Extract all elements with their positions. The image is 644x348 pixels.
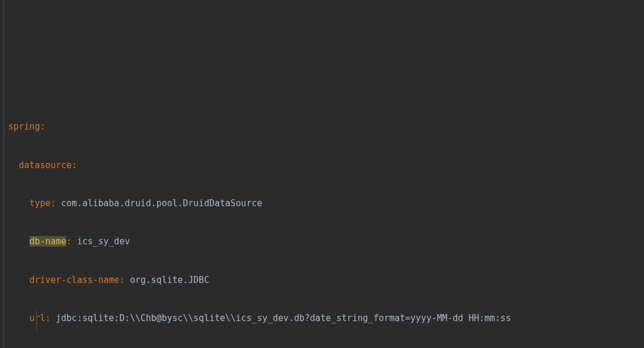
yaml-value: ics_sy_dev [77,236,130,247]
yaml-key-highlighted: db-name [29,236,66,247]
code-line: spring: [8,117,644,137]
fold-guide-inner [36,311,37,330]
yaml-key: type [29,198,50,209]
yaml-value: org.sqlite.JDBC [130,275,209,285]
gutter [0,0,8,348]
code-line: db-name: ics_sy_dev [8,232,644,251]
yaml-key: driver-class-name [29,275,120,285]
code-area[interactable]: spring: datasource: type: com.alibaba.dr… [0,96,644,348]
yaml-value: jdbc:sqlite:D:\\Chb@bysc\\sqlite\\ics_sy… [56,313,511,323]
code-line: type: com.alibaba.druid.pool.DruidDataSo… [8,194,644,213]
code-editor[interactable]: spring: datasource: type: com.alibaba.dr… [0,0,644,348]
yaml-key: datasource [19,160,71,170]
yaml-key: url [29,313,45,323]
yaml-key: spring [8,121,40,132]
code-line: url: jdbc:sqlite:D:\\Chb@bysc\\sqlite\\i… [8,309,644,328]
code-line: driver-class-name: org.sqlite.JDBC [8,271,644,290]
fold-guide [4,0,4,348]
yaml-value: com.alibaba.druid.pool.DruidDataSource [61,198,262,209]
code-line: datasource: [8,156,644,175]
